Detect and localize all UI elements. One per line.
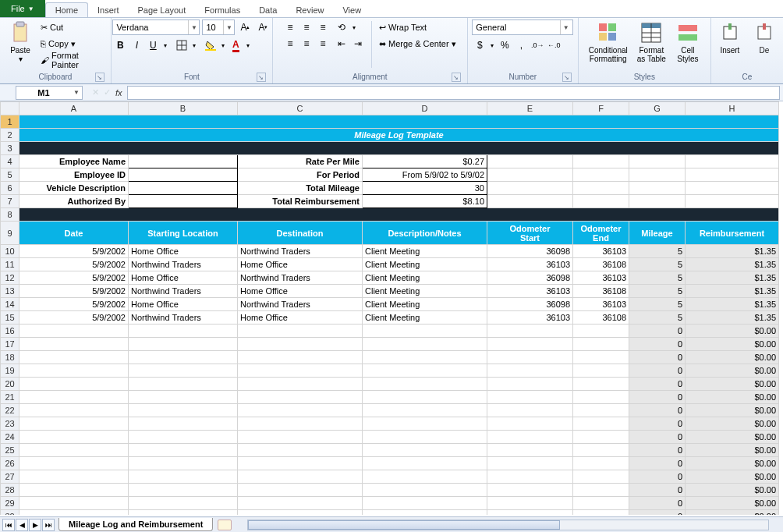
cell[interactable]: 0	[629, 364, 686, 378]
row-header[interactable]: 9	[1, 222, 19, 245]
cell[interactable]	[487, 417, 573, 431]
insert-cells-button[interactable]: Insert	[714, 20, 746, 56]
row-header[interactable]: 1	[1, 115, 19, 129]
row-header[interactable]: 30	[1, 510, 19, 516]
cell[interactable]: Client Meeting	[363, 285, 487, 298]
cell[interactable]: Home Office	[238, 285, 363, 298]
column-header-cell[interactable]: Odometer Start	[487, 222, 573, 245]
chevron-down-icon[interactable]: ▼	[560, 20, 571, 34]
increase-decimal-button[interactable]: .0→	[530, 37, 545, 53]
sheet-nav-first[interactable]: ⏮	[2, 519, 15, 531]
sheet-title[interactable]: Mileage Log Template	[19, 129, 779, 142]
merge-center-button[interactable]: ⬌ Merge & Center ▾	[377, 36, 458, 51]
cell[interactable]: 5	[629, 311, 686, 325]
cell[interactable]: $1.35	[686, 285, 779, 298]
cell[interactable]: $0.00	[686, 484, 779, 497]
tab-insert[interactable]: Insert	[88, 3, 129, 17]
align-bottom-button[interactable]: ≡	[315, 20, 331, 35]
cell[interactable]	[129, 378, 238, 391]
value-cell[interactable]: 30	[363, 182, 487, 195]
cell[interactable]	[487, 351, 573, 364]
align-top-button[interactable]: ≡	[282, 20, 298, 35]
row-header[interactable]: 26	[1, 457, 19, 470]
cell[interactable]: $1.35	[686, 298, 779, 311]
format-as-table-button[interactable]: Format as Table	[634, 20, 669, 65]
cell[interactable]: 36098	[487, 298, 573, 311]
cell[interactable]	[573, 497, 629, 510]
cell[interactable]	[363, 351, 487, 364]
cell[interactable]: $0.00	[686, 378, 779, 391]
cell[interactable]: 0	[629, 484, 686, 497]
col-header[interactable]: C	[238, 102, 363, 115]
cell[interactable]: $1.35	[686, 271, 779, 285]
sheet-nav-prev[interactable]: ◀	[16, 519, 28, 531]
cell[interactable]	[686, 155, 779, 168]
cell[interactable]	[573, 391, 629, 404]
row-header[interactable]: 22	[1, 404, 19, 417]
fill-color-button[interactable]	[203, 37, 218, 53]
row-header[interactable]: 20	[1, 378, 19, 391]
cell[interactable]: 5	[629, 285, 686, 298]
decrease-font-button[interactable]: A▾	[255, 20, 271, 35]
column-header-cell[interactable]: Odometer End	[573, 222, 629, 245]
value-cell[interactable]: From 5/9/02 to 5/9/02	[363, 168, 487, 182]
cell[interactable]	[129, 325, 238, 338]
cell[interactable]	[487, 195, 573, 208]
row-header[interactable]: 27	[1, 470, 19, 484]
row-header[interactable]: 16	[1, 325, 19, 338]
cell[interactable]	[629, 182, 686, 195]
cell[interactable]	[19, 391, 129, 404]
alignment-launcher[interactable]: ↘	[452, 73, 461, 82]
fx-icon[interactable]: fx	[115, 88, 122, 98]
percent-button[interactable]: %	[497, 37, 512, 53]
cell[interactable]: 5	[629, 298, 686, 311]
input-cell[interactable]	[129, 182, 238, 195]
row-header[interactable]: 12	[1, 271, 19, 285]
cell[interactable]	[573, 484, 629, 497]
scrollbar-thumb[interactable]	[248, 520, 560, 530]
row-header[interactable]: 28	[1, 484, 19, 497]
label-cell[interactable]: Vehicle Description	[19, 182, 129, 195]
increase-font-button[interactable]: A▴	[237, 20, 253, 35]
cell[interactable]	[487, 444, 573, 457]
cell[interactable]	[238, 364, 363, 378]
sheet-tab-active[interactable]: Mileage Log and Reimbursement	[58, 518, 213, 531]
cell[interactable]: 0	[629, 510, 686, 516]
row-header[interactable]: 3	[1, 142, 19, 155]
cell[interactable]	[19, 404, 129, 417]
row-header[interactable]: 23	[1, 417, 19, 431]
label-cell[interactable]: Employee ID	[19, 168, 129, 182]
cell[interactable]	[573, 155, 629, 168]
font-size-combo[interactable]: ▼	[202, 20, 235, 35]
cell[interactable]	[129, 404, 238, 417]
cell[interactable]: $0.00	[686, 497, 779, 510]
cell[interactable]	[19, 338, 129, 351]
cell[interactable]: 0	[629, 338, 686, 351]
cell[interactable]: 5/9/2002	[19, 311, 129, 325]
col-header[interactable]	[1, 102, 19, 115]
row-header[interactable]: 13	[1, 285, 19, 298]
cell[interactable]: $0.00	[686, 325, 779, 338]
font-color-menu[interactable]: ▾	[244, 37, 252, 53]
cell[interactable]	[487, 391, 573, 404]
cell[interactable]: $0.00	[686, 444, 779, 457]
cell[interactable]	[686, 195, 779, 208]
cell[interactable]: 5	[629, 245, 686, 258]
chevron-down-icon[interactable]: ▼	[223, 20, 234, 34]
cell[interactable]	[129, 497, 238, 510]
row-header[interactable]: 2	[1, 129, 19, 142]
cell[interactable]: 0	[629, 497, 686, 510]
cell[interactable]	[686, 168, 779, 182]
cell[interactable]	[573, 338, 629, 351]
col-header[interactable]: H	[686, 102, 779, 115]
cell[interactable]	[19, 431, 129, 444]
cell[interactable]: 0	[629, 457, 686, 470]
cell[interactable]	[19, 417, 129, 431]
underline-menu[interactable]: ▾	[161, 37, 169, 53]
cell[interactable]	[238, 378, 363, 391]
font-name-combo[interactable]: ▼	[112, 20, 200, 35]
cell[interactable]	[573, 510, 629, 516]
align-middle-button[interactable]: ≡	[299, 20, 314, 35]
row-header[interactable]: 10	[1, 245, 19, 258]
cell[interactable]	[19, 351, 129, 364]
